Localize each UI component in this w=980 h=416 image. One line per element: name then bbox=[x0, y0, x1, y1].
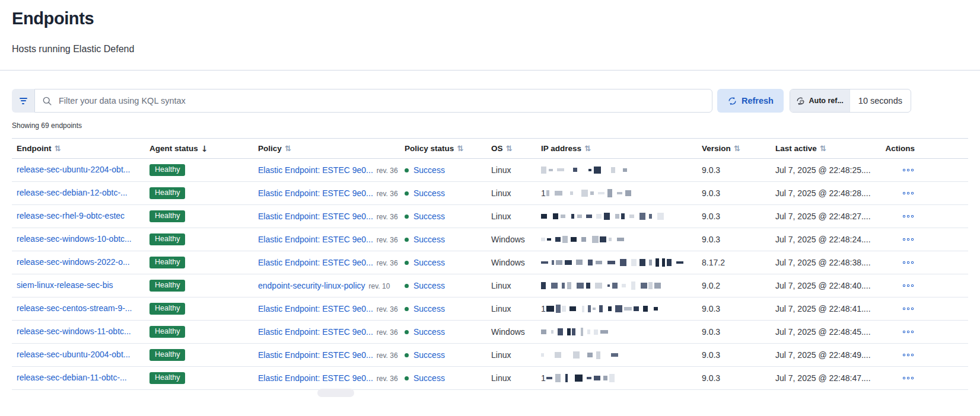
redacted-ip-block bbox=[594, 167, 601, 174]
policy-link[interactable]: Elastic Endpoint: ESTEC 9e0... bbox=[258, 188, 373, 198]
redacted-ip-block bbox=[541, 167, 546, 174]
column-header-endpoint[interactable]: Endpoint⇅ bbox=[12, 144, 145, 153]
policy-status-dot bbox=[405, 376, 409, 380]
row-actions-button[interactable] bbox=[902, 259, 915, 267]
redacted-ip-block bbox=[662, 258, 665, 267]
policy-link[interactable]: Elastic Endpoint: ESTEC 9e0... bbox=[258, 165, 373, 175]
policy-status-link[interactable]: Success bbox=[413, 258, 445, 267]
policy-status-link[interactable]: Success bbox=[413, 188, 445, 198]
horizontal-scrollbar-thumb[interactable] bbox=[317, 389, 354, 397]
refresh-button-label: Refresh bbox=[742, 96, 774, 105]
endpoint-table-row: siem-linux-release-sec-bisHealthyendpoin… bbox=[12, 274, 968, 297]
actions-ellipsis-icon bbox=[911, 192, 914, 195]
redacted-ip-block bbox=[547, 238, 551, 241]
actions-ellipsis-icon bbox=[903, 308, 906, 311]
endpoint-host-link[interactable]: release-sec-windows-10-obtc... bbox=[17, 234, 132, 244]
agent-status-badge: Healthy bbox=[149, 280, 185, 292]
redacted-ip-block bbox=[596, 351, 600, 359]
row-actions-button[interactable] bbox=[902, 375, 915, 382]
row-actions-button[interactable] bbox=[902, 213, 915, 220]
redacted-ip-block bbox=[593, 308, 595, 310]
kql-search-input[interactable] bbox=[58, 95, 705, 106]
column-header-policy[interactable]: Policy⇅ bbox=[253, 144, 400, 153]
redacted-ip-block bbox=[623, 168, 628, 172]
policy-status-link[interactable]: Success bbox=[413, 327, 445, 337]
redacted-ip-block bbox=[555, 374, 560, 382]
policy-link[interactable]: Elastic Endpoint: ESTEC 9e0... bbox=[258, 304, 373, 313]
policy-link[interactable]: endpoint-security-linux-policy bbox=[258, 281, 365, 290]
endpoint-table-row: release-sec-windows-11-obtc...HealthyEla… bbox=[12, 321, 968, 344]
policy-status-link[interactable]: Success bbox=[413, 212, 445, 221]
endpoint-host-link[interactable]: release-sec-windows-11-obtc... bbox=[17, 327, 131, 336]
redacted-ip-block bbox=[592, 236, 599, 243]
actions-ellipsis-icon bbox=[911, 308, 914, 311]
row-actions-button[interactable] bbox=[902, 236, 915, 244]
column-header-policy-status[interactable]: Policy status⇅ bbox=[400, 144, 486, 153]
endpoint-host-link[interactable]: release-sec-windows-2022-o... bbox=[17, 257, 130, 267]
ip-address-cell bbox=[536, 258, 697, 267]
column-header-label: Policy bbox=[258, 144, 282, 153]
redacted-ip-block bbox=[608, 306, 612, 311]
kql-search-box[interactable] bbox=[34, 89, 712, 113]
last-active-cell: Jul 7, 2025 @ 22:48:40.... bbox=[771, 281, 884, 290]
row-actions-button[interactable] bbox=[902, 351, 915, 359]
actions-ellipsis-icon bbox=[903, 215, 906, 218]
redacted-ip-block bbox=[612, 283, 618, 289]
row-actions-button[interactable] bbox=[902, 328, 915, 336]
row-actions-button[interactable] bbox=[902, 190, 915, 197]
policy-status-link[interactable]: Success bbox=[413, 235, 445, 244]
policy-status-link[interactable]: Success bbox=[413, 281, 445, 290]
auto-refresh-toggle[interactable]: Auto ref... bbox=[790, 89, 849, 112]
column-header-last-active[interactable]: Last active⇅ bbox=[771, 144, 884, 153]
agent-status-badge: Healthy bbox=[149, 303, 185, 315]
policy-link[interactable]: Elastic Endpoint: ESTEC 9e0... bbox=[258, 350, 373, 360]
refresh-button[interactable]: Refresh bbox=[717, 89, 784, 113]
row-actions-button[interactable] bbox=[902, 305, 915, 313]
policy-link[interactable]: Elastic Endpoint: ESTEC 9e0... bbox=[258, 235, 373, 244]
policy-status-link[interactable]: Success bbox=[413, 350, 445, 360]
redacted-ip-block bbox=[607, 261, 615, 265]
policy-status-dot bbox=[405, 238, 409, 242]
column-header-agent-status[interactable]: Agent status↓ bbox=[145, 144, 253, 153]
policy-link[interactable]: Elastic Endpoint: ESTEC 9e0... bbox=[258, 327, 373, 337]
os-cell: Windows bbox=[486, 258, 536, 267]
policy-status-dot bbox=[405, 307, 409, 311]
policy-status-link[interactable]: Success bbox=[413, 373, 445, 383]
redacted-ip-block bbox=[625, 190, 631, 196]
endpoint-host-link[interactable]: release-sec-debian-11-obtc-... bbox=[17, 373, 127, 382]
ip-address-cell: 1 bbox=[536, 373, 697, 383]
endpoint-host-link[interactable]: release-sec-rhel-9-obtc-estec bbox=[17, 211, 125, 220]
redacted-ip-block bbox=[586, 215, 592, 218]
policy-revision: rev. 36 bbox=[377, 213, 398, 221]
endpoint-host-link[interactable]: release-sec-ubuntu-2204-obt... bbox=[17, 165, 130, 174]
column-header-label: Policy status bbox=[405, 144, 454, 153]
redacted-ip-block bbox=[571, 214, 574, 218]
table-header-row: Endpoint⇅Agent status↓Policy⇅Policy stat… bbox=[12, 138, 968, 159]
filter-toggle-button[interactable] bbox=[12, 89, 34, 113]
column-header-version[interactable]: Version⇅ bbox=[697, 144, 771, 153]
agent-status-badge: Healthy bbox=[149, 372, 185, 385]
endpoint-table-row: release-sec-centos-stream-9-...HealthyEl… bbox=[12, 297, 968, 321]
policy-link[interactable]: Elastic Endpoint: ESTEC 9e0... bbox=[258, 258, 373, 267]
policy-link[interactable]: Elastic Endpoint: ESTEC 9e0... bbox=[258, 212, 373, 221]
redacted-ip-block bbox=[571, 237, 576, 242]
policy-status-link[interactable]: Success bbox=[413, 165, 445, 175]
row-actions-button[interactable] bbox=[902, 167, 915, 174]
endpoint-host-link[interactable]: release-sec-centos-stream-9-... bbox=[17, 303, 132, 313]
column-header-ip-address[interactable]: IP address⇅ bbox=[536, 144, 697, 153]
sortable-icon: ⇅ bbox=[54, 144, 61, 153]
row-actions-button[interactable] bbox=[902, 282, 915, 290]
auto-refresh-interval[interactable]: 10 seconds bbox=[850, 89, 911, 112]
endpoint-host-link[interactable]: siem-linux-release-sec-bis bbox=[17, 280, 113, 290]
policy-status-link[interactable]: Success bbox=[413, 304, 445, 313]
redacted-ip-block bbox=[639, 213, 645, 220]
redacted-ip-block bbox=[624, 307, 632, 311]
endpoint-host-link[interactable]: release-sec-ubuntu-2004-obt... bbox=[17, 350, 130, 359]
column-header-os[interactable]: OS⇅ bbox=[486, 144, 536, 153]
redacted-ip-block bbox=[595, 283, 602, 289]
policy-link[interactable]: Elastic Endpoint: ESTEC 9e0... bbox=[258, 373, 373, 383]
endpoint-host-link[interactable]: release-sec-debian-12-obtc-... bbox=[17, 188, 128, 197]
ip-visible-prefix: 1 bbox=[541, 373, 546, 383]
redacted-ip-block bbox=[599, 305, 603, 312]
redacted-ip-block bbox=[621, 213, 625, 220]
